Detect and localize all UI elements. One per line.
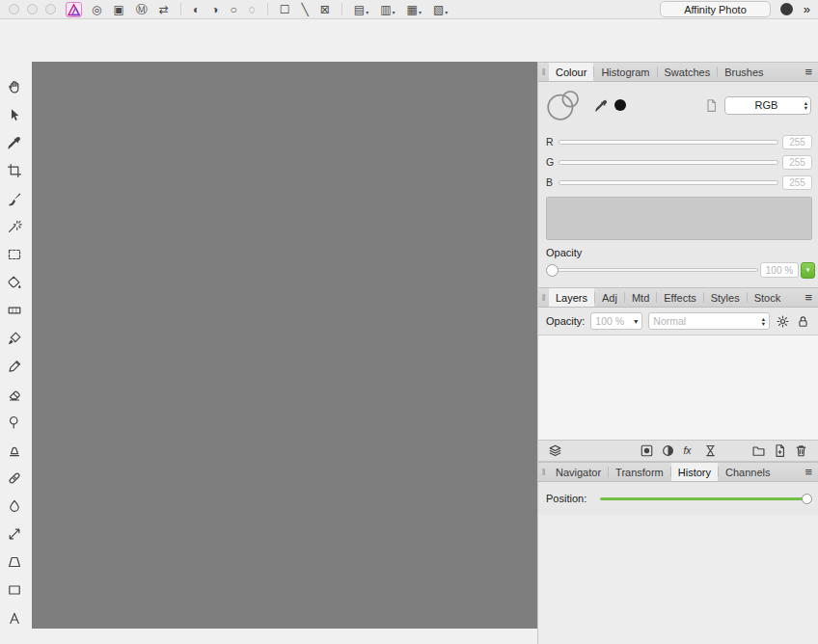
assets-icon[interactable]: ▣ <box>113 3 123 16</box>
tab-stock[interactable]: Stock <box>748 288 788 307</box>
view-tool[interactable] <box>7 79 22 94</box>
layer-effects-icon[interactable]: fx <box>682 443 696 458</box>
dodge-tool[interactable] <box>7 415 22 430</box>
crop-tool[interactable] <box>7 163 22 178</box>
svg-text:fx: fx <box>683 445 692 456</box>
green-slider-track[interactable] <box>559 160 778 165</box>
tab-adj[interactable]: Adj <box>595 288 624 307</box>
stepper-arrows-icon: ▴▾ <box>804 100 807 110</box>
workspace-4-icon[interactable]: ▧▾ <box>433 3 448 16</box>
green-value-field[interactable]: 255 <box>782 155 812 170</box>
new-layer-icon[interactable] <box>773 443 787 458</box>
close-button[interactable] <box>9 4 19 14</box>
window-title-tab[interactable]: Affinity Photo <box>660 1 771 17</box>
traffic-lights <box>5 4 56 14</box>
panel-menu-icon[interactable]: ≡ <box>799 63 818 81</box>
live-filter-icon[interactable] <box>703 443 718 458</box>
current-colour-swatch[interactable] <box>614 99 626 111</box>
layers-stack-icon[interactable] <box>548 443 562 458</box>
opacity-dropdown-button[interactable]: ▾ <box>801 262 815 279</box>
tab-transform[interactable]: Transform <box>609 463 670 481</box>
text-tool[interactable] <box>7 610 22 626</box>
colour-panel-body: RGB ▴▾ R 255 G 255 B 255 Opacity <box>538 82 818 287</box>
tab-histogram[interactable]: Histogram <box>594 63 656 81</box>
auto-contrast-icon[interactable]: ◑ <box>211 3 218 16</box>
colour-page-icon[interactable] <box>704 98 719 113</box>
snapping-icon[interactable]: ╲ <box>302 3 309 16</box>
panel-menu-icon[interactable]: ≡ <box>799 463 818 481</box>
panel-menu-icon[interactable]: ≡ <box>799 288 818 307</box>
flood-select-tool[interactable] <box>7 219 22 234</box>
tab-navigator[interactable]: Navigator <box>549 463 608 481</box>
selection-box-icon[interactable]: ☐ <box>280 3 290 16</box>
blue-value-field[interactable]: 255 <box>782 175 812 190</box>
minimize-button[interactable] <box>27 4 38 14</box>
colour-picker-tool[interactable] <box>7 135 22 150</box>
flood-fill-tool[interactable] <box>7 275 22 290</box>
target-icon[interactable]: ◎ <box>92 3 101 16</box>
colour-panel-header: ‖ Colour Histogram Swatches Brushes ≡ <box>538 62 818 82</box>
mesh-warp-tool[interactable] <box>7 526 22 542</box>
group-layers-icon[interactable] <box>751 443 766 458</box>
shape-tool[interactable] <box>7 582 22 598</box>
toolbar-overflow-chevron[interactable]: » <box>803 2 813 16</box>
history-position-knob[interactable] <box>802 494 812 504</box>
marquee-tool[interactable] <box>7 247 22 262</box>
auto-colour-icon[interactable]: ○ <box>230 3 236 16</box>
opacity-value-field[interactable]: 100 % <box>760 262 799 278</box>
layers-list[interactable] <box>538 335 818 441</box>
tab-history[interactable]: History <box>671 463 718 481</box>
affinity-photo-window: ◎▣Ⓜ⇄◐◑○◌☐╲⊠▤▾▥▾▦▾▧▾ Affinity Photo » ‖ C… <box>0 0 818 644</box>
delete-layer-icon[interactable] <box>794 443 808 458</box>
clone-stamp-tool[interactable] <box>7 443 22 458</box>
red-slider-track[interactable] <box>559 140 778 145</box>
mask-layer-icon[interactable] <box>640 443 654 458</box>
eraser-tool[interactable] <box>7 387 22 402</box>
red-value-field[interactable]: 255 <box>782 135 812 149</box>
panel-drag-grip[interactable]: ‖ <box>538 288 549 307</box>
auto-levels-icon[interactable]: ◐ <box>193 3 200 16</box>
colour-mode-select[interactable]: RGB ▴▾ <box>724 96 811 115</box>
tab-colour[interactable]: Colour <box>549 63 593 81</box>
status-dot-icon[interactable] <box>780 3 793 15</box>
swap-arrows-icon[interactable]: ⇄ <box>159 3 169 16</box>
panel-drag-grip[interactable]: ‖ <box>538 63 549 81</box>
tab-effects[interactable]: Effects <box>657 288 702 307</box>
history-position-slider[interactable] <box>600 497 810 500</box>
auto-white-balance-icon[interactable]: ◌ <box>249 3 256 16</box>
layer-opacity-select[interactable]: 100 % ▾ <box>590 312 642 330</box>
blur-tool[interactable] <box>7 498 22 514</box>
zoom-button[interactable] <box>45 4 56 14</box>
tab-layers[interactable]: Layers <box>549 288 594 307</box>
colour-wheels-icon[interactable] <box>546 88 581 122</box>
workspace-2-icon[interactable]: ▥▾ <box>380 3 395 16</box>
blend-mode-value: Normal <box>653 315 758 327</box>
tab-swatches[interactable]: Swatches <box>658 63 718 81</box>
macro-icon[interactable]: Ⓜ <box>136 3 148 16</box>
blue-slider-track[interactable] <box>559 180 778 185</box>
panel-drag-grip[interactable]: ‖ <box>538 463 549 481</box>
lock-icon[interactable] <box>796 314 810 329</box>
workspace-3-icon[interactable]: ▦▾ <box>407 3 422 16</box>
tab-channels[interactable]: Channels <box>719 463 777 481</box>
adjustment-layer-icon[interactable] <box>661 443 675 458</box>
tab-brushes[interactable]: Brushes <box>718 63 770 81</box>
opacity-slider-knob[interactable] <box>546 264 559 277</box>
eyedropper-icon[interactable] <box>594 98 609 113</box>
gradient-tool[interactable] <box>7 303 22 318</box>
pixel-tool[interactable] <box>7 359 22 374</box>
selection-brush-tool[interactable] <box>7 191 22 206</box>
tab-mtd[interactable]: Mtd <box>625 288 656 307</box>
paint-brush-tool[interactable] <box>7 331 22 346</box>
perspective-tool[interactable] <box>7 554 22 570</box>
move-tool[interactable] <box>7 107 22 122</box>
healing-brush-tool[interactable] <box>7 470 22 486</box>
opacity-slider-track[interactable] <box>557 268 758 272</box>
workspace-1-icon[interactable]: ▤▾ <box>354 3 368 16</box>
gear-icon[interactable] <box>776 314 790 329</box>
blend-mode-select[interactable]: Normal ▴▾ <box>648 312 770 330</box>
history-position-row: Position: <box>538 482 818 515</box>
clip-canvas-icon[interactable]: ⊠ <box>320 3 330 16</box>
tab-styles[interactable]: Styles <box>704 288 747 307</box>
document-canvas[interactable] <box>32 62 537 629</box>
